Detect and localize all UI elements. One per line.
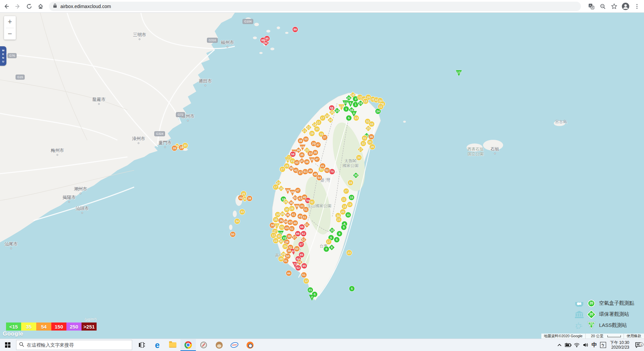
reload-button[interactable] [24,1,34,11]
aqi-marker[interactable]: 62 [263,40,269,46]
wifi-icon[interactable] [573,343,581,347]
action-center-icon[interactable]: 1 [633,342,644,348]
aqi-marker[interactable]: 38 [297,259,303,265]
aqi-marker[interactable]: 5 [349,286,355,292]
aqi-marker[interactable]: 50 [230,231,236,237]
aqi-marker[interactable]: 38 [298,138,304,144]
file-explorer-icon[interactable] [165,339,180,351]
aqi-marker[interactable]: 27 [343,188,349,194]
compass-app-icon[interactable] [196,339,211,351]
aqi-marker[interactable]: 27 [279,166,285,172]
zoom-out-button[interactable]: − [4,28,16,40]
aqi-marker[interactable]: 22 [378,104,384,110]
aqi-marker[interactable]: 17 [326,239,332,245]
aqi-marker[interactable]: 51 [304,222,310,228]
edge-icon[interactable]: e [150,339,165,351]
menu-tab[interactable]: MENU [0,46,6,66]
aqi-marker[interactable]: 22 [341,196,347,202]
aqi-marker[interactable]: 29 [309,130,315,136]
aqi-marker[interactable]: 27 [358,147,364,153]
zoom-icon[interactable] [598,1,608,11]
address-bar[interactable]: airbox.edimaxcloud.com [49,2,581,11]
aqi-marker[interactable]: 32 [309,199,315,205]
aqi-marker[interactable]: 58 [290,151,296,157]
aqi-marker[interactable]: 30 [182,142,188,149]
aqi-marker[interactable]: 5 [346,115,352,121]
aqi-marker[interactable]: 0 [323,246,329,252]
battery-icon[interactable] [564,343,573,347]
aqi-marker[interactable]: 25 [365,125,371,131]
aqi-marker[interactable]: 8 [329,244,335,250]
tray-clock[interactable]: 下午 10:30 2020/2/23 [610,340,629,350]
aqi-marker[interactable]: 23 [346,250,352,256]
aqi-marker[interactable]: 49 [292,220,298,226]
aqi-marker[interactable]: 13 [456,70,462,76]
aqi-marker[interactable]: 37 [291,234,298,240]
aqi-marker[interactable]: 34 [234,218,240,224]
task-view-icon[interactable] [134,339,150,351]
aqi-marker[interactable]: 51 [302,214,308,220]
aqi-marker[interactable]: 89 [292,26,298,33]
map[interactable]: 三明市福州市莆田市泉州市龍巖市漳州市廈門市梅州市潮州市揭陽市汕頭市汕尾市石垣臺灣… [0,13,644,339]
blender-icon[interactable] [242,339,258,351]
aqi-marker[interactable]: 41 [290,212,297,218]
aqi-marker[interactable]: 33 [239,209,245,215]
pet-app-icon[interactable] [211,339,227,351]
aqi-marker[interactable]: 19 [347,201,353,208]
aqi-marker[interactable]: 51 [303,207,309,213]
aqi-marker[interactable]: 38 [288,200,294,206]
volume-icon[interactable] [581,343,590,347]
aqi-marker[interactable]: 47 [295,187,301,193]
aqi-marker[interactable]: 51 [301,272,307,278]
aqi-marker[interactable]: 16 [278,185,284,191]
back-button[interactable] [1,1,11,11]
aqi-marker[interactable]: 21 [302,128,308,134]
ime-mode-indicator[interactable]: ㄅ [600,342,606,348]
aqi-marker[interactable]: 51 [289,226,295,232]
aqi-marker[interactable]: 62 [301,231,307,237]
aqi-marker[interactable]: 37 [315,142,321,148]
lock-icon[interactable] [53,3,57,9]
aqi-marker[interactable]: 36 [285,212,291,218]
translate-icon[interactable]: A [586,1,596,11]
aqi-marker[interactable]: 9 [336,231,342,237]
aqi-marker[interactable]: 32 [360,140,366,147]
aqi-marker[interactable]: 5 [334,237,340,243]
aqi-marker[interactable]: 34 [356,155,362,161]
aqi-marker[interactable]: 50 [294,246,300,252]
home-button[interactable] [36,1,46,11]
ime-language-indicator[interactable]: 中 [590,342,599,349]
aqi-marker[interactable]: 11 [345,212,351,218]
aqi-marker[interactable]: 47 [314,156,320,162]
aqi-marker[interactable]: 26 [171,145,177,151]
aqi-marker[interactable]: 23 [336,217,342,223]
aqi-marker[interactable]: 2 [309,295,315,301]
forward-button[interactable] [13,1,23,11]
aqi-marker[interactable]: 13 [353,115,359,121]
aqi-marker[interactable]: 29 [278,256,284,262]
hidden-icons-chevron[interactable] [555,344,564,346]
aqi-marker[interactable]: 13 [363,98,369,104]
aqi-marker[interactable]: 52 [295,265,301,271]
aqi-marker[interactable]: 38 [247,195,253,201]
bookmark-star-icon[interactable] [609,1,619,11]
aqi-marker[interactable]: 12 [303,278,309,284]
aqi-marker[interactable]: 41 [320,163,326,169]
aqi-marker[interactable]: 37 [322,134,328,140]
browser-menu-icon[interactable] [632,1,642,11]
aqi-marker[interactable]: 54 [316,175,322,181]
aqi-marker[interactable]: 33 [303,136,309,142]
chrome-icon[interactable] [180,339,196,351]
terms-link[interactable]: 使用條款 [624,334,644,339]
profile-avatar[interactable] [621,1,631,11]
aqi-marker[interactable]: 44 [286,270,292,276]
taskbar-search[interactable] [16,340,132,350]
zoom-in-button[interactable]: + [4,16,16,28]
aqi-marker[interactable]: 5 [341,224,347,230]
aqi-marker[interactable]: 15 [348,194,355,200]
aqi-marker[interactable]: 10 [329,227,335,233]
aqi-marker[interactable]: 35 [299,152,305,158]
start-button[interactable] [0,339,15,351]
aqi-marker[interactable]: 26 [369,144,375,150]
aqi-marker[interactable]: 34 [347,180,354,186]
